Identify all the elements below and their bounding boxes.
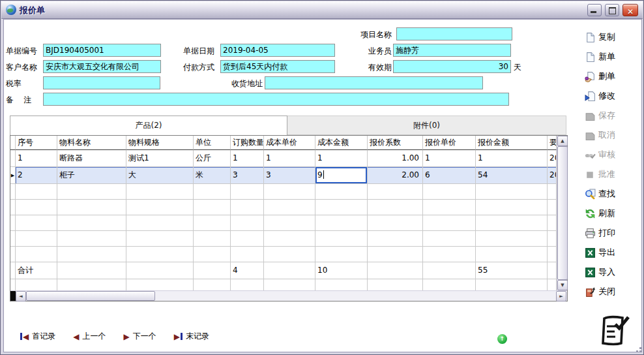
table-cell[interactable] bbox=[264, 184, 315, 200]
header-cell[interactable]: 要 bbox=[548, 136, 557, 150]
table-cell[interactable]: 54 bbox=[476, 167, 548, 184]
table-cell[interactable] bbox=[57, 200, 126, 215]
table-cell[interactable] bbox=[423, 231, 476, 247]
last-record-button[interactable]: ▶ 末记录 bbox=[174, 331, 209, 342]
empty-table-row[interactable] bbox=[10, 184, 557, 200]
scroll-down-button[interactable]: ▼ bbox=[557, 280, 568, 290]
table-cell[interactable] bbox=[194, 184, 231, 200]
table-cell[interactable] bbox=[231, 184, 264, 200]
maximize-button[interactable] bbox=[605, 4, 619, 16]
table-cell[interactable] bbox=[423, 184, 476, 200]
table-cell[interactable] bbox=[16, 184, 57, 200]
table-cell[interactable] bbox=[57, 231, 126, 247]
table-cell[interactable] bbox=[368, 200, 423, 215]
first-record-button[interactable]: ◀ 首记录 bbox=[20, 331, 55, 342]
table-cell[interactable] bbox=[476, 231, 548, 247]
empty-table-row[interactable] bbox=[10, 200, 557, 215]
table-cell[interactable] bbox=[368, 247, 423, 262]
table-row[interactable]: 1断路器测试1公斤1111.001120 bbox=[10, 150, 557, 167]
refresh-button[interactable]: 刷新 bbox=[585, 206, 641, 221]
horizontal-scroll-thumb[interactable] bbox=[26, 291, 155, 301]
table-cell[interactable]: 1.00 bbox=[368, 150, 423, 167]
header-cell[interactable]: 报价金额 bbox=[476, 136, 548, 150]
header-cell[interactable]: 报价单价 bbox=[423, 136, 476, 150]
table-cell[interactable] bbox=[231, 200, 264, 215]
table-cell[interactable] bbox=[315, 184, 368, 200]
table-cell[interactable] bbox=[423, 247, 476, 262]
copy-button[interactable]: 复制 bbox=[585, 30, 641, 44]
import-excel-button[interactable]: 导入 bbox=[585, 265, 641, 279]
table-cell[interactable] bbox=[194, 247, 231, 262]
find-button[interactable]: 查找 bbox=[585, 187, 641, 201]
new-doc-button[interactable]: 新单 bbox=[585, 50, 641, 64]
header-cell[interactable]: 订购数量 bbox=[231, 136, 264, 150]
table-cell[interactable]: 6 bbox=[423, 167, 476, 184]
close-window-button[interactable]: ✕ bbox=[622, 4, 638, 16]
customer-name-field[interactable]: 安庆市大观五交化有限公司 bbox=[43, 60, 161, 73]
save-button[interactable]: 保存 bbox=[585, 108, 641, 123]
table-cell[interactable] bbox=[548, 247, 557, 262]
table-cell[interactable]: 20 bbox=[548, 167, 557, 184]
table-cell[interactable] bbox=[231, 215, 264, 231]
tab-attachments[interactable]: 附件(0) bbox=[287, 116, 566, 135]
validity-field[interactable]: 30 bbox=[393, 60, 511, 73]
table-cell[interactable] bbox=[548, 231, 557, 247]
table-cell[interactable] bbox=[423, 200, 476, 215]
salesman-field[interactable]: 施静芳 bbox=[393, 44, 511, 57]
horizontal-scrollbar[interactable]: ◄ ► bbox=[10, 290, 567, 301]
close-form-button[interactable]: 关闭 bbox=[585, 285, 641, 299]
table-cell[interactable] bbox=[476, 215, 548, 231]
table-cell[interactable] bbox=[194, 231, 231, 247]
scroll-right-button[interactable]: ► bbox=[556, 291, 566, 301]
doc-no-field[interactable]: BJD190405001 bbox=[43, 44, 161, 57]
table-cell[interactable] bbox=[368, 231, 423, 247]
empty-table-row[interactable] bbox=[10, 215, 557, 231]
header-cell[interactable]: 物料规格 bbox=[126, 136, 194, 150]
table-cell[interactable] bbox=[16, 247, 57, 262]
print-button[interactable]: 打印 bbox=[585, 226, 641, 240]
table-cell[interactable] bbox=[476, 200, 548, 215]
table-cell[interactable] bbox=[126, 200, 194, 215]
table-cell[interactable] bbox=[194, 200, 231, 215]
vertical-scroll-thumb[interactable] bbox=[557, 146, 568, 280]
table-cell[interactable]: 1 bbox=[423, 150, 476, 167]
header-cell[interactable]: 物料名称 bbox=[57, 136, 126, 150]
table-cell[interactable]: 柜子 bbox=[57, 167, 126, 184]
table-cell[interactable] bbox=[126, 231, 194, 247]
approve-button[interactable]: 批准 bbox=[585, 167, 641, 181]
table-cell[interactable]: 3 bbox=[264, 167, 315, 184]
table-cell[interactable] bbox=[548, 215, 557, 231]
payment-terms-field[interactable]: 货到后45天内付款 bbox=[220, 60, 335, 73]
table-cell[interactable] bbox=[315, 215, 368, 231]
table-cell[interactable] bbox=[368, 215, 423, 231]
table-cell[interactable] bbox=[476, 184, 548, 200]
tab-products[interactable]: 产品(2) bbox=[10, 116, 287, 135]
table-cell[interactable]: 公斤 bbox=[194, 150, 231, 167]
table-cell[interactable]: 1 bbox=[315, 150, 368, 167]
table-cell[interactable] bbox=[57, 247, 126, 262]
table-cell[interactable] bbox=[231, 231, 264, 247]
previous-record-button[interactable]: ◀ 上一个 bbox=[73, 331, 106, 342]
table-cell[interactable] bbox=[264, 231, 315, 247]
cost-amount-edit-input[interactable]: 9 bbox=[315, 167, 368, 184]
empty-table-row[interactable] bbox=[10, 247, 557, 262]
table-cell[interactable]: 米 bbox=[194, 167, 231, 184]
table-cell[interactable] bbox=[548, 184, 557, 200]
delivery-address-field[interactable] bbox=[265, 76, 483, 89]
table-cell[interactable] bbox=[16, 231, 57, 247]
minimize-button[interactable] bbox=[587, 4, 602, 16]
tax-rate-field[interactable] bbox=[43, 76, 160, 89]
cancel-button[interactable]: 取消 bbox=[585, 128, 641, 142]
scroll-left-button[interactable]: ◄ bbox=[16, 291, 26, 301]
table-cell[interactable]: 1 bbox=[476, 150, 548, 167]
table-cell[interactable] bbox=[16, 215, 57, 231]
table-cell[interactable] bbox=[126, 215, 194, 231]
table-cell[interactable] bbox=[423, 215, 476, 231]
doc-date-field[interactable]: 2019-04-05 bbox=[220, 44, 335, 57]
table-cell[interactable]: 1 bbox=[231, 150, 264, 167]
table-cell[interactable]: 测试1 bbox=[126, 150, 194, 167]
modify-button[interactable]: 修改 bbox=[585, 89, 641, 103]
delete-doc-button[interactable]: 删单 bbox=[585, 69, 641, 84]
table-cell[interactable] bbox=[315, 247, 368, 262]
table-cell[interactable] bbox=[194, 215, 231, 231]
